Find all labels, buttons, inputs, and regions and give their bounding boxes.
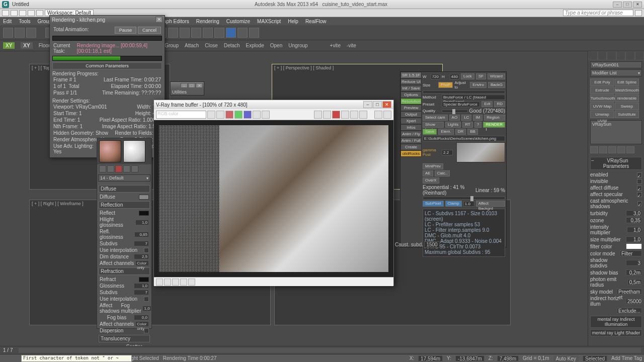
subdivs-spinner[interactable]: 7 bbox=[134, 241, 149, 246]
coord-y[interactable]: -13,6847m bbox=[455, 355, 485, 361]
motion-tab[interactable] bbox=[616, 51, 626, 60]
autokey-btn[interactable]: Auto Key bbox=[553, 355, 579, 361]
minimize-button[interactable]: – bbox=[613, 2, 622, 8]
horiz-spinner[interactable]: 25000 bbox=[626, 298, 642, 304]
vite-minus[interactable]: -vite bbox=[347, 43, 356, 48]
qab-redo[interactable] bbox=[36, 10, 43, 16]
group-btn[interactable]: Group bbox=[165, 43, 179, 48]
schematic-icon[interactable] bbox=[203, 28, 213, 38]
sr-selcam[interactable]: Select cam bbox=[423, 115, 448, 121]
help-search[interactable]: Type a keyword or phrase bbox=[563, 10, 633, 16]
sr-backg[interactable]: BackG bbox=[488, 82, 505, 88]
close-button[interactable]: ✕ bbox=[633, 2, 642, 8]
render-icon[interactable] bbox=[249, 28, 259, 38]
unique-icon[interactable] bbox=[608, 146, 616, 153]
sr-tab-output[interactable]: Output bbox=[400, 111, 422, 118]
display-tab[interactable] bbox=[625, 51, 635, 60]
vfb-curve-icon[interactable] bbox=[156, 279, 163, 286]
sr-calc[interactable]: Calc.. bbox=[435, 170, 450, 176]
keymode-dd[interactable]: Selected bbox=[583, 355, 607, 361]
sr-render-btn[interactable]: RENDER ! bbox=[483, 122, 505, 128]
dim-spinner[interactable]: 2,5 bbox=[134, 254, 149, 259]
channel-dropdown[interactable]: RGB color bbox=[156, 111, 206, 119]
remove-mod-icon[interactable] bbox=[617, 146, 625, 153]
vite-plus[interactable]: +vite bbox=[330, 43, 341, 48]
vfb-history-icon[interactable] bbox=[350, 111, 358, 119]
rint-check[interactable] bbox=[144, 297, 149, 302]
xy2-button[interactable]: XY bbox=[21, 42, 32, 49]
listener[interactable]: First character of token not " or ~ bbox=[21, 355, 132, 362]
mod-editspline[interactable]: Edit Spline bbox=[615, 78, 639, 86]
sr-preset-dd[interactable]: Special BruteForce bbox=[442, 102, 480, 107]
menu-tools[interactable]: Tools bbox=[19, 19, 30, 24]
sr-quality-slider[interactable] bbox=[442, 110, 468, 113]
vfb-srgb-icon[interactable] bbox=[180, 279, 187, 286]
sr-tab-animfull[interactable]: Anim / Full bbox=[400, 137, 422, 144]
open-btn[interactable]: Open bbox=[270, 43, 282, 48]
affdiff-check[interactable] bbox=[637, 186, 642, 191]
vfb-clear-icon[interactable] bbox=[341, 111, 349, 119]
sr-lights[interactable]: Lights bbox=[445, 122, 461, 128]
menu-edit[interactable]: Edit bbox=[3, 19, 12, 24]
sr-im[interactable]: IM bbox=[473, 115, 482, 121]
rollout-header[interactable]: −VRaySun Parameters bbox=[590, 157, 642, 170]
gloss-spinner[interactable]: 1,0 bbox=[134, 283, 149, 289]
curve-editor-icon[interactable] bbox=[191, 28, 201, 38]
sr-width[interactable]: 720 bbox=[431, 74, 440, 79]
vfb-a-icon[interactable] bbox=[253, 111, 261, 119]
mat-delete-icon[interactable] bbox=[115, 165, 122, 172]
sr-dr[interactable]: DR bbox=[455, 129, 466, 135]
render-setup-icon[interactable] bbox=[226, 28, 236, 38]
sr-tab-initsave[interactable]: Init / Save bbox=[400, 85, 422, 92]
layers-icon[interactable] bbox=[180, 28, 190, 38]
sr-logo[interactable]: olidRocks bbox=[400, 150, 422, 157]
sr-tab-preview[interactable]: Preview bbox=[400, 105, 422, 111]
vfb-track-icon[interactable] bbox=[323, 111, 331, 119]
vfb-dup-icon[interactable] bbox=[374, 111, 382, 119]
select-icon[interactable] bbox=[3, 28, 13, 38]
pause-button[interactable]: Pause bbox=[115, 27, 137, 34]
align-icon[interactable] bbox=[168, 28, 178, 38]
sr-tab-infos[interactable]: Infos bbox=[400, 124, 422, 131]
sr-phop[interactable]: PhoP bbox=[438, 82, 453, 88]
size-spinner[interactable]: 1,0 bbox=[626, 236, 642, 242]
sr-tab-options[interactable]: Options bbox=[400, 92, 422, 98]
vfb-canvas[interactable] bbox=[154, 120, 393, 277]
attach-btn[interactable]: Attach bbox=[185, 43, 199, 48]
explode-btn[interactable]: Explode bbox=[246, 43, 264, 48]
xy-button[interactable]: XY bbox=[3, 42, 15, 49]
hierarchy-tab[interactable] bbox=[607, 51, 616, 60]
link-icon[interactable] bbox=[15, 28, 25, 38]
unlink-icon[interactable] bbox=[26, 28, 36, 38]
show-result-icon[interactable] bbox=[599, 146, 607, 153]
sr-pq[interactable]: ? bbox=[474, 122, 481, 128]
mod-sweep[interactable]: Sweep bbox=[615, 103, 639, 110]
shsub-spinner[interactable]: 3 bbox=[626, 260, 642, 266]
affch-dd[interactable]: Color only bbox=[135, 260, 149, 266]
vfb-save-icon[interactable] bbox=[207, 111, 215, 119]
reflect-swatch[interactable] bbox=[139, 211, 149, 216]
mod-uvwmap[interactable]: UVW Map bbox=[590, 103, 614, 110]
sr-clampval[interactable]: 1.0 bbox=[463, 201, 474, 207]
cmode-dd[interactable]: Filter bbox=[620, 250, 642, 256]
sr-rd[interactable]: RD bbox=[494, 101, 505, 107]
vfb-min[interactable]: – bbox=[363, 101, 372, 108]
menu-realflow[interactable]: RealFlow bbox=[305, 19, 327, 24]
mod-turbosmooth[interactable]: TurboSmooth bbox=[590, 95, 614, 102]
mat-tool-icon[interactable] bbox=[131, 165, 138, 172]
int-spinner[interactable]: 1,0 bbox=[627, 227, 642, 233]
rsub-spinner[interactable]: 7 bbox=[134, 290, 149, 295]
maximize-button[interactable]: □ bbox=[623, 2, 632, 8]
sr-lock[interactable]: Lock bbox=[461, 73, 474, 79]
coord-z[interactable]: 7,498m bbox=[497, 355, 519, 361]
mod-meshsmooth[interactable]: MeshSmooth bbox=[615, 86, 639, 94]
qab-new[interactable] bbox=[2, 10, 9, 16]
photon-spinner[interactable]: 0,5m bbox=[627, 279, 642, 285]
sr-ae[interactable]: AE bbox=[423, 170, 433, 176]
sr-height[interactable]: 480 bbox=[450, 74, 459, 79]
sr-bb[interactable]: BB bbox=[467, 129, 478, 135]
vfb-render-icon[interactable] bbox=[383, 111, 391, 119]
mod-renderspline[interactable]: renderable Spli bbox=[615, 95, 639, 102]
mr-rollout2[interactable]: mental ray Light Shader bbox=[590, 329, 642, 336]
util-close[interactable]: ✕ bbox=[196, 83, 203, 88]
